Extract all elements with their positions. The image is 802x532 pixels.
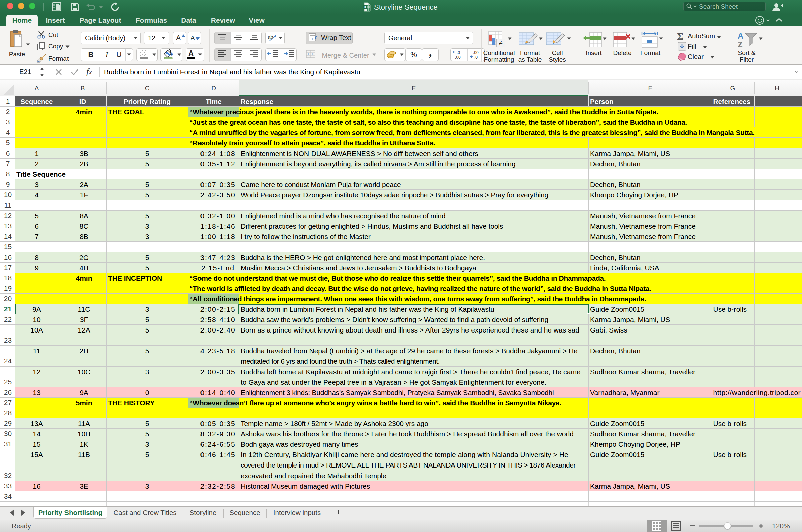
svg-text:.00: .00: [455, 55, 461, 59]
svg-text:x: x: [364, 5, 366, 9]
svg-text:A: A: [738, 32, 743, 40]
svg-text:≠: ≠: [499, 39, 502, 46]
svg-text:Z: Z: [738, 40, 743, 49]
svg-text:.0: .0: [457, 51, 460, 55]
